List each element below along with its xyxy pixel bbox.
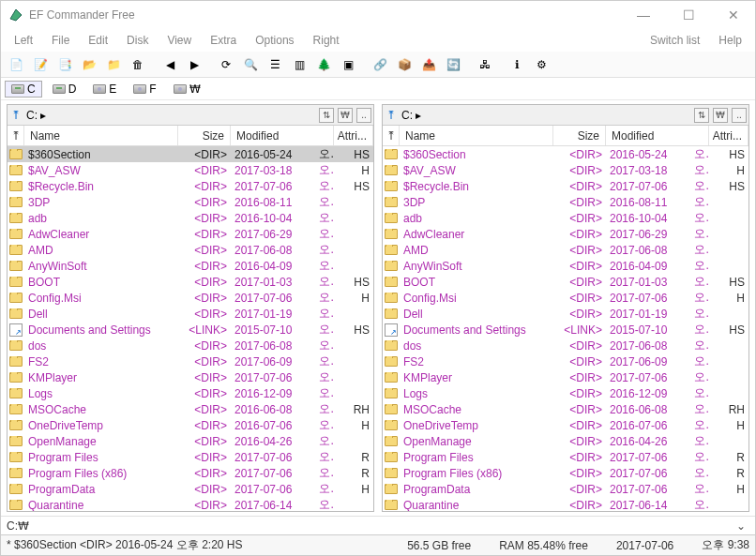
new-icon[interactable]: 📄 bbox=[5, 54, 27, 75]
right-path-text[interactable]: C: ▸ bbox=[401, 109, 690, 122]
split-icon[interactable]: ▥ bbox=[288, 54, 310, 75]
table-row[interactable]: $360Section<DIR>2016-05-24오...HS bbox=[383, 146, 748, 162]
refresh-icon[interactable]: ⟳ bbox=[215, 54, 237, 75]
menu-options[interactable]: Options bbox=[248, 32, 301, 49]
table-row[interactable]: AdwCleaner<DIR>2017-06-29오... bbox=[8, 226, 373, 242]
table-row[interactable]: KMPlayer<DIR>2017-07-06오... bbox=[8, 369, 373, 385]
table-row[interactable]: FS2<DIR>2017-06-09오... bbox=[8, 353, 373, 369]
info-icon[interactable]: ℹ bbox=[506, 54, 528, 75]
table-row[interactable]: BOOT<DIR>2017-01-03오...HS bbox=[383, 274, 748, 290]
table-row[interactable]: Logs<DIR>2016-12-09오... bbox=[383, 385, 748, 401]
menu-extra[interactable]: Extra bbox=[203, 32, 244, 49]
table-row[interactable]: $AV_ASW<DIR>2017-03-18오...H bbox=[383, 162, 748, 178]
table-row[interactable]: Program Files (x86)<DIR>2017-07-06오...R bbox=[383, 465, 748, 481]
network-icon[interactable]: 🖧 bbox=[474, 54, 496, 75]
table-row[interactable]: Config.Msi<DIR>2017-07-06오...H bbox=[8, 290, 373, 306]
table-row[interactable]: dos<DIR>2017-06-08오... bbox=[8, 338, 373, 353]
table-row[interactable]: Quarantine<DIR>2017-06-14오... bbox=[8, 497, 373, 511]
minimize-button[interactable]: — bbox=[629, 6, 658, 24]
table-row[interactable]: Program Files<DIR>2017-07-06오...R bbox=[8, 449, 373, 465]
menu-right[interactable]: Right bbox=[306, 32, 347, 49]
col-name[interactable]: Name bbox=[24, 126, 178, 145]
col-up[interactable]: ⤒ bbox=[8, 126, 24, 145]
settings-icon[interactable]: ⚙ bbox=[530, 54, 552, 75]
drive-₩[interactable]: ₩ bbox=[167, 81, 207, 98]
col-up[interactable]: ⤒ bbox=[383, 126, 400, 145]
table-row[interactable]: KMPlayer<DIR>2017-07-06오... bbox=[383, 369, 748, 385]
console-icon[interactable]: ▣ bbox=[337, 54, 359, 75]
table-row[interactable]: OpenManage<DIR>2016-04-26오... bbox=[383, 433, 748, 449]
drive-F[interactable]: F bbox=[127, 81, 162, 98]
col-attr[interactable]: Attri... bbox=[709, 126, 748, 145]
table-row[interactable]: adb<DIR>2016-10-04오... bbox=[8, 210, 373, 226]
sync-icon[interactable]: 🔄 bbox=[442, 54, 464, 75]
drive-D[interactable]: D bbox=[46, 81, 83, 98]
close-button[interactable]: ✕ bbox=[719, 6, 748, 24]
table-row[interactable]: ProgramData<DIR>2017-07-06오...H bbox=[8, 481, 373, 497]
updir-icon[interactable]: .. bbox=[732, 108, 747, 123]
menu-left[interactable]: Left bbox=[7, 32, 40, 49]
table-row[interactable]: Dell<DIR>2017-01-19오... bbox=[8, 306, 373, 322]
link-icon[interactable]: 🔗 bbox=[369, 54, 391, 75]
table-row[interactable]: OpenManage<DIR>2016-04-26오... bbox=[8, 433, 373, 449]
table-row[interactable]: MSOCache<DIR>2016-06-08오...RH bbox=[8, 401, 373, 417]
col-size[interactable]: Size bbox=[553, 126, 606, 145]
table-row[interactable]: adb<DIR>2016-10-04오... bbox=[383, 210, 748, 226]
updir-icon[interactable]: .. bbox=[356, 108, 371, 123]
table-row[interactable]: OneDriveTemp<DIR>2016-07-06오...H bbox=[383, 417, 748, 433]
table-row[interactable]: Config.Msi<DIR>2017-07-06오...H bbox=[383, 290, 748, 306]
favorite-icon[interactable]: ₩ bbox=[713, 108, 728, 123]
right-file-list[interactable]: $360Section<DIR>2016-05-24오...HS$AV_ASW<… bbox=[383, 146, 748, 511]
history-icon[interactable]: ⇅ bbox=[694, 108, 709, 123]
menu-disk[interactable]: Disk bbox=[119, 32, 156, 49]
delete-icon[interactable]: 🗑 bbox=[127, 54, 149, 75]
drive-C[interactable]: C bbox=[5, 81, 42, 98]
col-modified[interactable]: Modified bbox=[231, 126, 334, 145]
menu-file[interactable]: File bbox=[44, 32, 77, 49]
table-row[interactable]: Program Files (x86)<DIR>2017-07-06오...R bbox=[8, 465, 373, 481]
up-icon[interactable]: ⤒ bbox=[385, 109, 398, 122]
table-row[interactable]: $AV_ASW<DIR>2017-03-18오...H bbox=[8, 162, 373, 178]
table-row[interactable]: Program Files<DIR>2017-07-06오...R bbox=[383, 449, 748, 465]
edit-icon[interactable]: 📝 bbox=[29, 54, 52, 75]
table-row[interactable]: $360Section<DIR>2016-05-24오...HS bbox=[8, 146, 373, 162]
table-row[interactable]: ProgramData<DIR>2017-07-06오...H bbox=[383, 481, 748, 497]
unpack-icon[interactable]: 📤 bbox=[417, 54, 440, 75]
col-name[interactable]: Name bbox=[400, 126, 553, 145]
table-row[interactable]: Documents and Settings<LINK>2015-07-10오.… bbox=[383, 322, 748, 338]
copy-icon[interactable]: 📑 bbox=[53, 54, 76, 75]
table-row[interactable]: 3DP<DIR>2016-08-11오... bbox=[8, 194, 373, 210]
table-row[interactable]: 3DP<DIR>2016-08-11오... bbox=[383, 194, 748, 210]
table-row[interactable]: Dell<DIR>2017-01-19오... bbox=[383, 306, 748, 322]
favorite-icon[interactable]: ₩ bbox=[338, 108, 353, 123]
history-icon[interactable]: ⇅ bbox=[319, 108, 334, 123]
left-path-text[interactable]: C: ▸ bbox=[26, 109, 315, 122]
menu-switch-list[interactable]: Switch list bbox=[643, 32, 707, 49]
table-row[interactable]: AnyWinSoft<DIR>2016-04-09오... bbox=[383, 258, 748, 274]
col-modified[interactable]: Modified bbox=[606, 126, 709, 145]
table-row[interactable]: BOOT<DIR>2017-01-03오...HS bbox=[8, 274, 373, 290]
forward-icon[interactable]: ▶ bbox=[183, 54, 205, 75]
table-row[interactable]: AMD<DIR>2017-06-08오... bbox=[383, 242, 748, 258]
tree-icon[interactable]: 🌲 bbox=[312, 54, 335, 75]
search-icon[interactable]: 🔍 bbox=[239, 54, 262, 75]
table-row[interactable]: Logs<DIR>2016-12-09오... bbox=[8, 385, 373, 401]
cli-input[interactable] bbox=[33, 519, 733, 533]
col-attr[interactable]: Attri... bbox=[334, 126, 373, 145]
table-row[interactable]: Documents and Settings<LINK>2015-07-10오.… bbox=[8, 322, 373, 338]
cli-dropdown-icon[interactable]: ⌄ bbox=[733, 519, 749, 533]
table-row[interactable]: $Recycle.Bin<DIR>2017-07-06오...HS bbox=[8, 178, 373, 194]
maximize-button[interactable]: ☐ bbox=[674, 6, 703, 24]
back-icon[interactable]: ◀ bbox=[159, 54, 181, 75]
table-row[interactable]: AdwCleaner<DIR>2017-06-29오... bbox=[383, 226, 748, 242]
table-row[interactable]: AnyWinSoft<DIR>2016-04-09오... bbox=[8, 258, 373, 274]
table-row[interactable]: OneDriveTemp<DIR>2016-07-06오...H bbox=[8, 417, 373, 433]
left-file-list[interactable]: $360Section<DIR>2016-05-24오...HS$AV_ASW<… bbox=[8, 146, 373, 511]
menu-help[interactable]: Help bbox=[711, 32, 749, 49]
table-row[interactable]: AMD<DIR>2017-06-08오... bbox=[8, 242, 373, 258]
move-icon[interactable]: 📂 bbox=[78, 54, 100, 75]
table-row[interactable]: FS2<DIR>2017-06-09오... bbox=[383, 353, 748, 369]
table-row[interactable]: Quarantine<DIR>2017-06-14오... bbox=[383, 497, 748, 511]
table-row[interactable]: $Recycle.Bin<DIR>2017-07-06오...HS bbox=[383, 178, 748, 194]
drive-E[interactable]: E bbox=[86, 81, 123, 98]
